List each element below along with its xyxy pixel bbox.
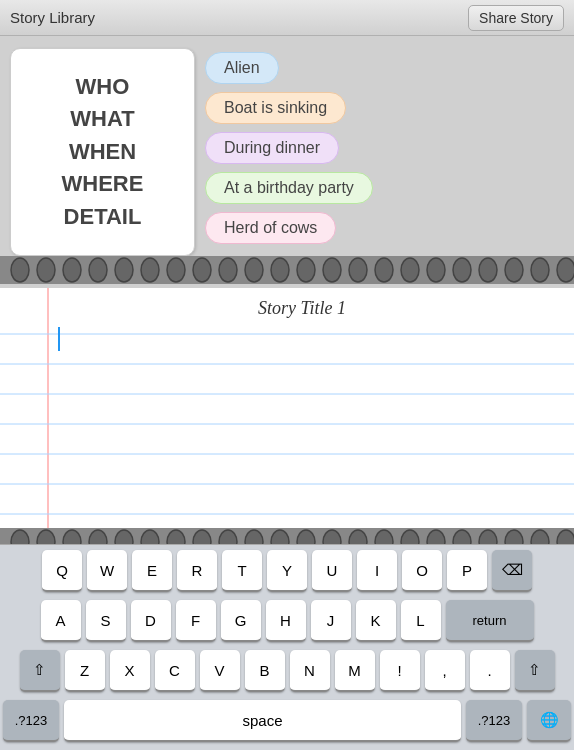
tag-alien[interactable]: Alien — [205, 52, 279, 84]
svg-point-5 — [115, 258, 133, 282]
nav-title: Story Library — [10, 9, 95, 26]
share-story-button[interactable]: Share Story — [468, 5, 564, 31]
svg-point-20 — [505, 258, 523, 282]
tags-area: Alien Boat is sinking During dinner At a… — [205, 48, 564, 256]
key-r[interactable]: R — [177, 550, 217, 592]
key-j[interactable]: J — [311, 600, 351, 642]
key-q[interactable]: Q — [42, 550, 82, 592]
key-e[interactable]: E — [132, 550, 172, 592]
keyboard-row-4: .?123 space .?123 🌐 — [0, 695, 574, 750]
svg-point-22 — [557, 258, 574, 282]
key-b[interactable]: B — [245, 650, 285, 692]
tag-herd-of-cows[interactable]: Herd of cows — [205, 212, 336, 244]
who-box: WHO WHAT WHEN WHERE DETAIL — [10, 48, 195, 256]
nav-bar: Story Library Share Story — [0, 0, 574, 36]
svg-point-4 — [89, 258, 107, 282]
key-t[interactable]: T — [222, 550, 262, 592]
key-v[interactable]: V — [200, 650, 240, 692]
key-i[interactable]: I — [357, 550, 397, 592]
svg-point-21 — [531, 258, 549, 282]
svg-point-11 — [271, 258, 289, 282]
cursor-indicator — [58, 327, 60, 351]
key-y[interactable]: Y — [267, 550, 307, 592]
svg-point-1 — [11, 258, 29, 282]
key-comma[interactable]: , — [425, 650, 465, 692]
emoji-key[interactable]: 🌐 — [527, 700, 571, 742]
key-f[interactable]: F — [176, 600, 216, 642]
key-w[interactable]: W — [87, 550, 127, 592]
who-label: WHO — [76, 73, 130, 102]
svg-point-6 — [141, 258, 159, 282]
key-s[interactable]: S — [86, 600, 126, 642]
key-l[interactable]: L — [401, 600, 441, 642]
svg-point-7 — [167, 258, 185, 282]
svg-point-18 — [453, 258, 471, 282]
svg-point-17 — [427, 258, 445, 282]
where-label: WHERE — [62, 170, 144, 199]
notebook-container: Story Title 1 — [0, 256, 574, 560]
tag-boat-sinking[interactable]: Boat is sinking — [205, 92, 346, 124]
key-h[interactable]: H — [266, 600, 306, 642]
notebook-paper: Story Title 1 — [0, 288, 574, 528]
key-k[interactable]: K — [356, 600, 396, 642]
key-n[interactable]: N — [290, 650, 330, 692]
when-label: WHEN — [69, 138, 136, 167]
svg-point-10 — [245, 258, 263, 282]
what-label: WHAT — [70, 105, 134, 134]
key-u[interactable]: U — [312, 550, 352, 592]
keyboard-row-3: ⇧ Z X C V B N M ! , . ⇧ — [0, 645, 574, 695]
keyboard: Q W E R T Y U I O P ⌫ A S D F G H J K L … — [0, 544, 574, 750]
keyboard-row-2: A S D F G H J K L return — [0, 595, 574, 645]
key-m[interactable]: M — [335, 650, 375, 692]
svg-point-14 — [349, 258, 367, 282]
svg-point-13 — [323, 258, 341, 282]
svg-point-8 — [193, 258, 211, 282]
tag-birthday-party[interactable]: At a birthday party — [205, 172, 373, 204]
space-key[interactable]: space — [64, 700, 461, 742]
notebook-title: Story Title 1 — [50, 298, 554, 319]
svg-point-3 — [63, 258, 81, 282]
numbers-key-right[interactable]: .?123 — [466, 700, 522, 742]
spiral-top — [0, 256, 574, 284]
key-g[interactable]: G — [221, 600, 261, 642]
return-key[interactable]: return — [446, 600, 534, 642]
key-exclamation[interactable]: ! — [380, 650, 420, 692]
svg-point-19 — [479, 258, 497, 282]
key-period[interactable]: . — [470, 650, 510, 692]
main-area: WHO WHAT WHEN WHERE DETAIL Alien Boat is… — [0, 36, 574, 256]
svg-point-15 — [375, 258, 393, 282]
tag-during-dinner[interactable]: During dinner — [205, 132, 339, 164]
key-z[interactable]: Z — [65, 650, 105, 692]
story-textarea[interactable] — [50, 325, 554, 515]
shift-right-key[interactable]: ⇧ — [515, 650, 555, 692]
svg-point-9 — [219, 258, 237, 282]
backspace-key[interactable]: ⌫ — [492, 550, 532, 592]
numbers-key-left[interactable]: .?123 — [3, 700, 59, 742]
key-d[interactable]: D — [131, 600, 171, 642]
key-c[interactable]: C — [155, 650, 195, 692]
key-x[interactable]: X — [110, 650, 150, 692]
svg-point-16 — [401, 258, 419, 282]
svg-point-2 — [37, 258, 55, 282]
keyboard-row-1: Q W E R T Y U I O P ⌫ — [0, 545, 574, 595]
svg-point-12 — [297, 258, 315, 282]
key-a[interactable]: A — [41, 600, 81, 642]
key-o[interactable]: O — [402, 550, 442, 592]
shift-key[interactable]: ⇧ — [20, 650, 60, 692]
detail-label: DETAIL — [64, 203, 142, 232]
key-p[interactable]: P — [447, 550, 487, 592]
